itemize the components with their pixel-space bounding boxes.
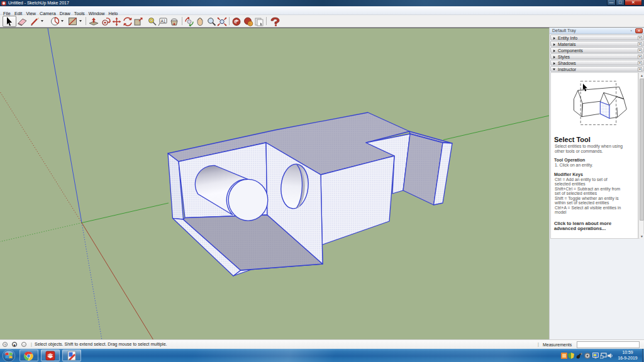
svg-text:A1: A1 [161,19,166,23]
